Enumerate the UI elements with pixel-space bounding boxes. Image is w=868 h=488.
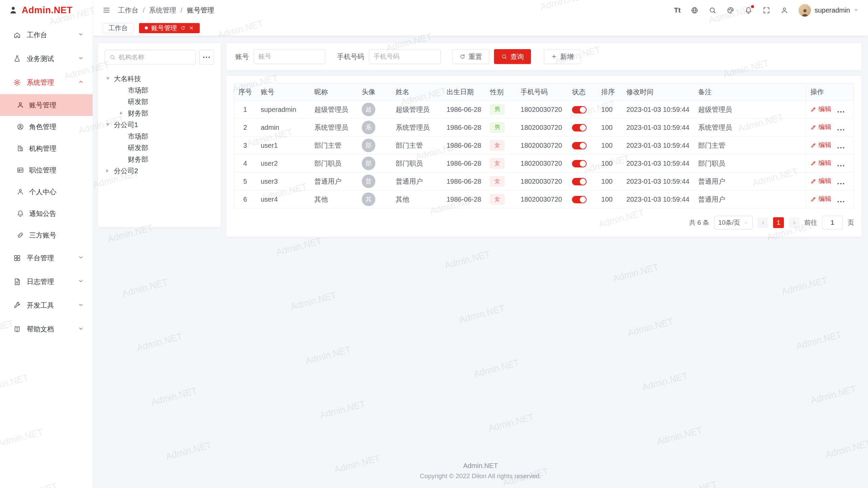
caret-down-icon[interactable] <box>105 77 114 80</box>
breadcrumb-item[interactable]: 系统管理 <box>149 6 176 15</box>
phone-field <box>369 49 441 64</box>
edit-button[interactable]: 编辑 <box>810 105 831 114</box>
close-icon[interactable] <box>189 25 194 30</box>
language-icon[interactable] <box>691 6 698 14</box>
tree-node[interactable]: 研发部 <box>105 96 214 107</box>
tree-node-label: 财务部 <box>128 109 148 118</box>
user-menu[interactable]: superadmin <box>798 4 859 17</box>
gender-tag: 男 <box>490 104 505 115</box>
tree-node[interactable]: 分公司2 <box>105 165 214 177</box>
sidebar-item-help-docs[interactable]: 帮助文档 <box>0 317 93 341</box>
cell-sort: 100 <box>597 172 622 190</box>
edit-button[interactable]: 编辑 <box>810 195 831 203</box>
more-actions-button[interactable] <box>837 178 845 186</box>
status-toggle[interactable] <box>572 178 587 185</box>
account-input[interactable] <box>258 53 321 60</box>
sidebar-item-dev-tools[interactable]: 开发工具 <box>0 293 93 317</box>
chevron-down-icon <box>78 278 84 286</box>
more-options-button[interactable] <box>199 50 214 65</box>
edit-button[interactable]: 编辑 <box>810 177 831 185</box>
more-actions-button[interactable] <box>837 142 845 150</box>
tree-node[interactable]: 财务部 <box>105 154 214 165</box>
tree-node[interactable]: 分公司1 <box>105 119 214 130</box>
more-actions-button[interactable] <box>837 106 845 114</box>
page-size-select[interactable]: 10条/页 <box>714 216 753 229</box>
cell-phone: 18020030720 <box>516 119 568 137</box>
refresh-icon <box>459 54 466 60</box>
search-label: 查询 <box>510 52 524 61</box>
goto-page-input[interactable] <box>822 216 843 229</box>
caret-right-icon[interactable] <box>119 111 128 115</box>
sidebar-item-position-management[interactable]: 职位管理 <box>0 159 93 181</box>
caret-right-icon[interactable] <box>105 169 114 172</box>
status-toggle[interactable] <box>572 106 587 114</box>
cell-status <box>568 137 597 155</box>
header-actions: Tt superadmin <box>674 4 859 17</box>
cell-actions: 编辑 <box>806 155 854 172</box>
org-search-input[interactable] <box>119 54 191 61</box>
tree-node[interactable]: 研发部 <box>105 142 214 154</box>
cell-name: 部门主管 <box>391 137 442 155</box>
sidebar-item-platform-management[interactable]: 平台管理 <box>0 246 93 270</box>
cell-name: 系统管理员 <box>391 119 442 137</box>
theme-icon[interactable] <box>727 6 734 14</box>
cell-actions: 编辑 <box>806 172 854 190</box>
col-nickname: 昵称 <box>310 84 357 101</box>
prev-page-button[interactable] <box>757 217 768 228</box>
sidebar-item-notice-announcement[interactable]: 通知公告 <box>0 203 93 224</box>
sidebar-item-business-test[interactable]: 业务测试 <box>0 47 93 70</box>
edit-button[interactable]: 编辑 <box>810 123 831 131</box>
phone-input[interactable] <box>374 53 436 60</box>
sidebar-item-organization-management[interactable]: 机构管理 <box>0 138 93 159</box>
logo-text: Admin.NET <box>22 5 73 16</box>
cell-gender: 男 <box>486 119 516 137</box>
status-toggle[interactable] <box>572 124 587 131</box>
tab-account-management[interactable]: 账号管理 <box>139 23 200 33</box>
cell-account: user3 <box>256 172 310 190</box>
search-icon[interactable] <box>709 6 716 14</box>
status-toggle[interactable] <box>572 142 587 149</box>
cell-nickname: 系统管理员 <box>310 119 357 137</box>
sidebar-item-third-party-account[interactable]: 三方账号 <box>0 224 93 246</box>
chevron-down-icon <box>78 302 84 309</box>
search-button[interactable]: 查询 <box>494 49 531 64</box>
status-toggle[interactable] <box>572 196 587 203</box>
sidebar-item-system-management[interactable]: 系统管理 <box>0 70 93 94</box>
hamburger-menu-icon[interactable] <box>102 6 111 14</box>
tree-node[interactable]: 市场部 <box>105 84 214 96</box>
sidebar-item-account-management[interactable]: 账号管理 <box>0 94 93 116</box>
edit-button[interactable]: 编辑 <box>810 141 831 149</box>
refresh-icon[interactable] <box>180 25 185 30</box>
gender-tag: 男 <box>490 122 505 133</box>
flask-icon <box>13 55 21 63</box>
tab-workbench[interactable]: 工作台 <box>103 23 134 33</box>
next-page-button[interactable] <box>789 217 800 228</box>
table-panel: 序号 账号 昵称 头像 姓名 出生日期 性别 手机号码 状态 排序 修改时间 <box>226 76 862 237</box>
tree-node[interactable]: 财务部 <box>105 107 214 119</box>
bell-icon <box>17 210 24 217</box>
breadcrumb-item[interactable]: 工作台 <box>118 6 138 15</box>
fullscreen-icon[interactable] <box>763 6 770 14</box>
tree-node[interactable]: 市场部 <box>105 130 214 142</box>
notification-bell-icon[interactable] <box>745 6 752 14</box>
add-button[interactable]: 新增 <box>544 49 581 64</box>
font-size-icon[interactable]: Tt <box>674 6 681 14</box>
caret-down-icon[interactable] <box>105 123 114 126</box>
cell-status <box>568 172 597 190</box>
sidebar-item-workbench[interactable]: 工作台 <box>0 23 93 47</box>
sidebar-item-label: 三方账号 <box>29 231 56 240</box>
edit-button[interactable]: 编辑 <box>810 159 831 167</box>
status-toggle[interactable] <box>572 160 587 167</box>
user-settings-icon[interactable] <box>781 6 788 14</box>
reset-button[interactable]: 重置 <box>452 49 489 64</box>
page-number[interactable]: 1 <box>773 217 784 228</box>
more-actions-button[interactable] <box>837 160 845 168</box>
tree-node[interactable]: 大名科技 <box>105 73 214 84</box>
cell-status <box>568 190 597 208</box>
sidebar-item-log-management[interactable]: 日志管理 <box>0 270 93 293</box>
sidebar-item-personal-center[interactable]: 个人中心 <box>0 181 93 203</box>
sidebar-item-role-management[interactable]: 角色管理 <box>0 116 93 138</box>
more-actions-button[interactable] <box>837 196 845 204</box>
more-actions-button[interactable] <box>837 124 845 132</box>
footer-title: Admin.NET <box>93 462 868 470</box>
